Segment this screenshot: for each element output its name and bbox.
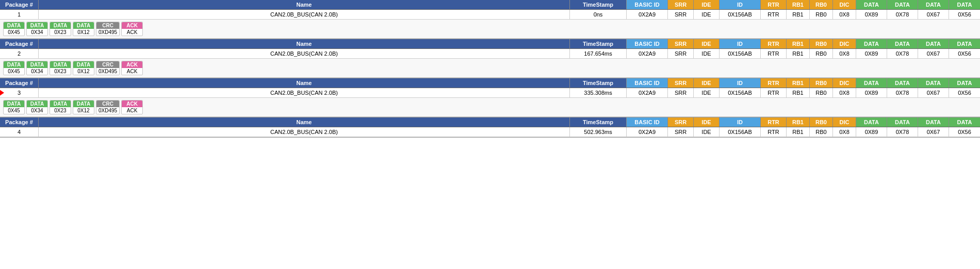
data-cell-ts: 502.963ms bbox=[570, 127, 627, 137]
chip-data-0: DATA0X45 bbox=[3, 22, 25, 36]
header-cell-ts: TimeStamp bbox=[570, 78, 627, 88]
chip-data-2: DATA0X23 bbox=[50, 22, 71, 36]
data-cell-ts: 0ns bbox=[570, 10, 627, 19]
header-cell-pkg: Package # bbox=[0, 78, 39, 88]
header-cell-data2: DATA bbox=[887, 39, 918, 48]
chip-label: DATA bbox=[4, 100, 24, 107]
header-cell-data3: DATA bbox=[918, 0, 949, 9]
data-cell-ts: 167.654ms bbox=[570, 49, 627, 58]
data-cell-rb1: RB1 bbox=[787, 127, 810, 137]
header-cell-srr: SRR bbox=[668, 0, 694, 9]
header-cell-ts: TimeStamp bbox=[570, 0, 627, 9]
chip-label: DATA bbox=[27, 61, 47, 68]
header-cell-rb1: RB1 bbox=[787, 0, 810, 9]
header-cell-pkg: Package # bbox=[0, 117, 39, 127]
header-cell-name: Name bbox=[39, 117, 570, 127]
data-cell-data1: 0X89 bbox=[856, 88, 887, 97]
chip-label: DATA bbox=[73, 22, 94, 29]
chip-crc-4: CRC0XD495 bbox=[96, 61, 120, 75]
header-cell-rb0: RB0 bbox=[810, 78, 833, 88]
data-cell-dlc: 0X8 bbox=[833, 10, 856, 19]
chip-value: 0X45 bbox=[4, 107, 24, 114]
data-cell-rb0: RB0 bbox=[810, 88, 833, 97]
data-cell-rtr: RTR bbox=[761, 49, 787, 58]
header-cell-rb1: RB1 bbox=[787, 117, 810, 127]
data-cell-ide: IDE bbox=[694, 127, 720, 137]
data-cell-ide: IDE bbox=[694, 49, 720, 58]
detail-row: DATA0X45DATA0X34DATA0X23DATA0X12CRC0XD49… bbox=[0, 59, 980, 78]
header-cell-data2: DATA bbox=[887, 0, 918, 9]
chip-label: CRC bbox=[96, 61, 119, 68]
data-cell-rb0: RB0 bbox=[810, 127, 833, 137]
chip-value: ACK bbox=[122, 107, 142, 114]
chip-label: ACK bbox=[122, 100, 142, 107]
data-cell-srr: SRR bbox=[668, 49, 694, 58]
packet-group: Package #NameTimeStampBASIC IDSRRIDEIDRT… bbox=[0, 0, 980, 39]
data-cell-rtr: RTR bbox=[761, 10, 787, 19]
data-cell-basicid: 0X2A9 bbox=[627, 127, 668, 137]
data-cell-id: 0X156AB bbox=[720, 88, 761, 97]
data-cell-basicid: 0X2A9 bbox=[627, 10, 668, 19]
chip-ack-5: ACKACK bbox=[121, 100, 143, 114]
chip-data-0: DATA0X45 bbox=[3, 61, 25, 75]
packet-group: Package #NameTimeStampBASIC IDSRRIDEIDRT… bbox=[0, 39, 980, 78]
chip-label: DATA bbox=[50, 100, 71, 107]
data-row: 3CAN2.0B_BUS(CAN 2.0B)335.308ms0X2A9SRRI… bbox=[0, 88, 980, 98]
data-cell-pkg: 4 bbox=[0, 127, 39, 137]
header-cell-pkg: Package # bbox=[0, 39, 39, 48]
header-cell-data4: DATA bbox=[949, 117, 980, 127]
data-cell-data1: 0X89 bbox=[856, 127, 887, 137]
header-cell-dlc: DIC bbox=[833, 117, 856, 127]
header-cell-rtr: RTR bbox=[761, 78, 787, 88]
chip-data-2: DATA0X23 bbox=[50, 100, 71, 114]
header-cell-data1: DATA bbox=[856, 117, 887, 127]
data-cell-dlc: 0X8 bbox=[833, 49, 856, 58]
header-cell-ts: TimeStamp bbox=[570, 117, 627, 127]
chip-value: 0XD495 bbox=[96, 29, 119, 36]
data-cell-data3: 0X67 bbox=[918, 10, 949, 19]
chip-label: CRC bbox=[96, 100, 119, 107]
data-row: 1CAN2.0B_BUS(CAN 2.0B)0ns0X2A9SRRIDE0X15… bbox=[0, 10, 980, 20]
header-cell-data4: DATA bbox=[949, 39, 980, 48]
chip-ack-5: ACKACK bbox=[121, 22, 143, 36]
chip-label: DATA bbox=[50, 61, 71, 68]
data-cell-name: CAN2.0B_BUS(CAN 2.0B) bbox=[39, 88, 570, 97]
header-cell-data2: DATA bbox=[887, 78, 918, 88]
header-row: Package #NameTimeStampBASIC IDSRRIDEIDRT… bbox=[0, 39, 980, 49]
data-cell-rb0: RB0 bbox=[810, 49, 833, 58]
chip-label: DATA bbox=[4, 61, 24, 68]
header-cell-ide: IDE bbox=[694, 117, 720, 127]
chip-data-0: DATA0X45 bbox=[3, 100, 25, 114]
header-cell-name: Name bbox=[39, 0, 570, 9]
header-cell-dlc: DIC bbox=[833, 0, 856, 9]
chip-crc-4: CRC0XD495 bbox=[96, 100, 120, 114]
chip-ack-5: ACKACK bbox=[121, 61, 143, 75]
chip-label: CRC bbox=[96, 22, 119, 29]
chip-label: DATA bbox=[27, 100, 47, 107]
chip-value: 0X45 bbox=[4, 68, 24, 75]
chip-value: 0XD495 bbox=[96, 107, 119, 114]
chip-value: 0X23 bbox=[50, 68, 71, 75]
row-marker bbox=[0, 89, 4, 96]
data-cell-rb1: RB1 bbox=[787, 88, 810, 97]
data-cell-name: CAN2.0B_BUS(CAN 2.0B) bbox=[39, 127, 570, 137]
header-row: Package #NameTimeStampBASIC IDSRRIDEIDRT… bbox=[0, 0, 980, 10]
chip-value: 0X12 bbox=[73, 68, 94, 75]
header-cell-basicid: BASIC ID bbox=[627, 0, 668, 9]
data-cell-data2: 0X78 bbox=[887, 49, 918, 58]
header-cell-id: ID bbox=[720, 78, 761, 88]
header-cell-basicid: BASIC ID bbox=[627, 78, 668, 88]
header-cell-rb0: RB0 bbox=[810, 117, 833, 127]
data-cell-ide: IDE bbox=[694, 88, 720, 97]
header-cell-rb0: RB0 bbox=[810, 39, 833, 48]
header-cell-data4: DATA bbox=[949, 78, 980, 88]
header-row: Package #NameTimeStampBASIC IDSRRIDEIDRT… bbox=[0, 78, 980, 88]
header-cell-rb1: RB1 bbox=[787, 39, 810, 48]
data-row: 4CAN2.0B_BUS(CAN 2.0B)502.963ms0X2A9SRRI… bbox=[0, 127, 980, 137]
chip-data-1: DATA0X34 bbox=[26, 22, 48, 36]
data-cell-data1: 0X89 bbox=[856, 49, 887, 58]
header-cell-rb0: RB0 bbox=[810, 0, 833, 9]
header-cell-data3: DATA bbox=[918, 117, 949, 127]
can-packet-table: Package #NameTimeStampBASIC IDSRRIDEIDRT… bbox=[0, 0, 980, 138]
chip-value: 0XD495 bbox=[96, 68, 119, 75]
